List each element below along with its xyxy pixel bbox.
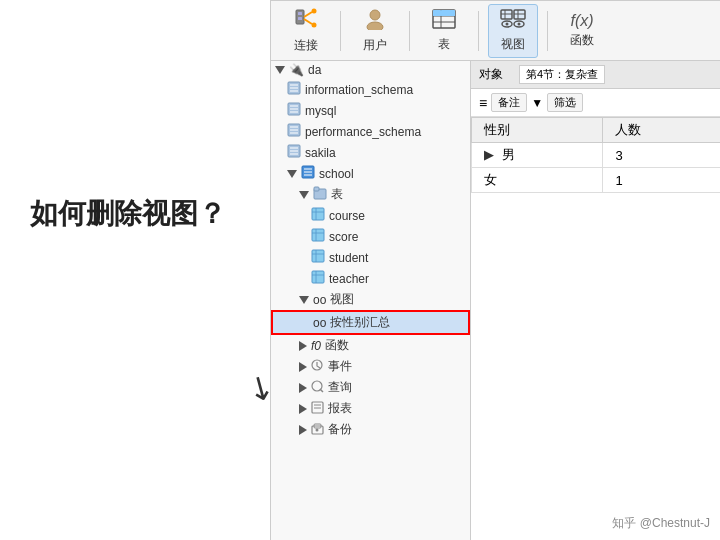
tree-item-teacher[interactable]: teacher	[271, 268, 470, 289]
tree-item-events-folder[interactable]: 事件	[271, 356, 470, 377]
tree-label-course: course	[329, 209, 365, 223]
reports-folder-icon	[311, 401, 324, 417]
connect-icon	[294, 8, 318, 35]
tree-label-views: 视图	[330, 291, 354, 308]
view-icon	[500, 9, 526, 34]
divider-4	[547, 11, 548, 51]
svg-rect-1	[298, 12, 302, 15]
tables-folder-icon	[313, 186, 327, 203]
backup-folder-icon	[311, 422, 324, 438]
db-connection-icon: 🔌	[289, 63, 304, 77]
divider-1	[340, 11, 341, 51]
expand-icon-school	[287, 170, 297, 178]
filter-button[interactable]: 筛选	[547, 93, 583, 112]
tree-item-da[interactable]: 🔌 da	[271, 61, 470, 79]
db-icon-sakila	[287, 144, 301, 161]
tree-item-backup-folder[interactable]: 备份	[271, 419, 470, 440]
table-row[interactable]: 女 1	[472, 168, 721, 193]
svg-rect-46	[314, 187, 319, 191]
queries-folder-icon	[311, 380, 324, 396]
divider-3	[478, 11, 479, 51]
main-panel: 连接 用户	[270, 0, 720, 540]
toolbar-view[interactable]: 视图	[488, 4, 538, 58]
svg-point-8	[367, 22, 383, 30]
tree-panel: 🔌 da information_schema mysql	[271, 61, 471, 540]
user-icon	[364, 8, 386, 35]
tab-label[interactable]: 第4节：复杂查	[519, 65, 605, 84]
tree-label-backup: 备份	[328, 421, 352, 438]
cell-count-1: 3	[603, 143, 720, 168]
table-icon	[432, 9, 456, 34]
svg-point-67	[316, 428, 319, 431]
data-toolbar: ≡ 备注 ▼ 筛选	[471, 89, 720, 117]
tree-item-funcs-folder[interactable]: f0 函数	[271, 335, 470, 356]
col-header-gender: 性别	[472, 118, 603, 143]
svg-rect-2	[298, 17, 302, 20]
tree-label-events: 事件	[328, 358, 352, 375]
svg-point-24	[518, 22, 521, 25]
expand-icon-views	[299, 296, 309, 304]
tree-label-school: school	[319, 167, 354, 181]
tree-item-performance-schema[interactable]: performance_schema	[271, 121, 470, 142]
svg-point-6	[312, 22, 317, 27]
svg-point-22	[506, 22, 509, 25]
filter-icon: ▼	[531, 96, 543, 110]
toolbar-user[interactable]: 用户	[350, 4, 400, 58]
tree-label-funcs: 函数	[325, 337, 349, 354]
col-header-count: 人数	[603, 118, 720, 143]
toolbar-func[interactable]: f(x) 函数	[557, 8, 607, 53]
expand-icon-queries	[299, 383, 307, 393]
annotation-button[interactable]: 备注	[491, 93, 527, 112]
tree-item-views-folder[interactable]: oo 视图	[271, 289, 470, 310]
content-area: 🔌 da information_schema mysql	[271, 61, 720, 540]
tree-item-mysql[interactable]: mysql	[271, 100, 470, 121]
toolbar-table[interactable]: 表	[419, 5, 469, 57]
tree-item-score[interactable]: score	[271, 226, 470, 247]
svg-line-3	[304, 12, 312, 17]
divider-2	[409, 11, 410, 51]
expand-icon-da	[275, 66, 285, 74]
data-panel: 对象 第4节：复杂查 ≡ 备注 ▼ 筛选 性别 人数	[471, 61, 720, 540]
tree-item-reports-folder[interactable]: 报表	[271, 398, 470, 419]
tree-item-view-gender[interactable]: oo 按性别汇总	[271, 310, 470, 335]
toolbar: 连接 用户	[271, 1, 720, 61]
tree-label-student: student	[329, 251, 368, 265]
table-icon-teacher	[311, 270, 325, 287]
table-icon-score	[311, 228, 325, 245]
tree-item-tables-folder[interactable]: 表	[271, 184, 470, 205]
toolbar-connect[interactable]: 连接	[281, 4, 331, 58]
connect-label: 连接	[294, 37, 318, 54]
table-row[interactable]: ▶ 男 3	[472, 143, 721, 168]
func-label: 函数	[570, 32, 594, 49]
tree-label-tables: 表	[331, 186, 343, 203]
tree-label-teacher: teacher	[329, 272, 369, 286]
tree-item-sakila[interactable]: sakila	[271, 142, 470, 163]
events-folder-icon	[311, 359, 324, 375]
tree-item-school[interactable]: school	[271, 163, 470, 184]
tree-item-queries-folder[interactable]: 查询	[271, 377, 470, 398]
cell-gender-2: 女	[472, 168, 603, 193]
tree-item-information-schema[interactable]: information_schema	[271, 79, 470, 100]
user-label: 用户	[363, 37, 387, 54]
data-panel-header: 对象 第4节：复杂查	[471, 61, 720, 89]
tree-item-course[interactable]: course	[271, 205, 470, 226]
tree-label-mysql: mysql	[305, 104, 336, 118]
expand-icon-tables	[299, 191, 309, 199]
views-folder-icon: oo	[313, 293, 326, 307]
svg-rect-14	[441, 10, 455, 16]
expand-icon-reports	[299, 404, 307, 414]
view-label: 视图	[501, 36, 525, 53]
tree-item-student[interactable]: student	[271, 247, 470, 268]
view-icon-gender: oo	[313, 316, 326, 330]
watermark: 知乎 @Chestnut-J	[612, 515, 710, 532]
db-icon-mysql	[287, 102, 301, 119]
db-icon-perf	[287, 123, 301, 140]
db-icon-school	[301, 165, 315, 182]
data-table: 性别 人数 ▶ 男 3 女 1	[471, 117, 720, 193]
tree-label-score: score	[329, 230, 358, 244]
question-text: 如何删除视图？	[30, 195, 226, 233]
tree-label-queries: 查询	[328, 379, 352, 396]
svg-rect-47	[312, 208, 324, 220]
table-label: 表	[438, 36, 450, 53]
svg-point-4	[312, 8, 317, 13]
